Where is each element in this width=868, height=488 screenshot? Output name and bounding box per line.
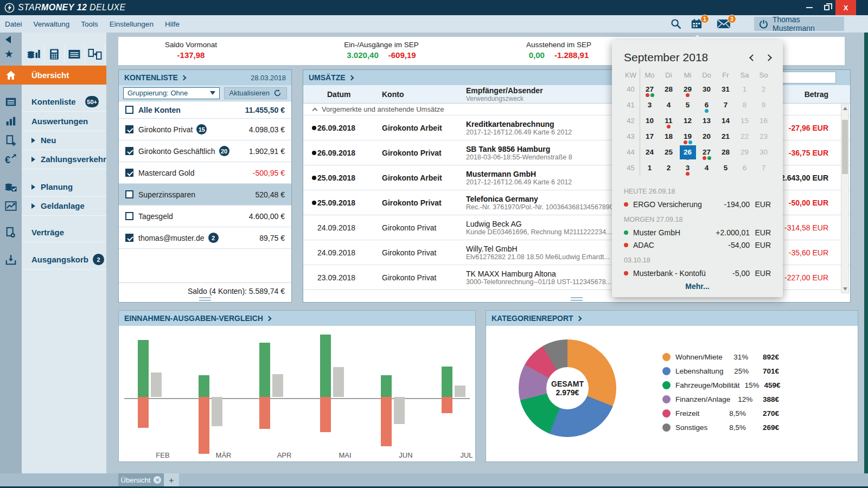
- account-checkbox[interactable]: [125, 106, 133, 114]
- calendar-day[interactable]: 5: [716, 160, 735, 176]
- calendar-day[interactable]: 26: [678, 144, 697, 160]
- calendar-day[interactable]: 17: [640, 129, 659, 144]
- kontenliste-resize-handle[interactable]: [199, 297, 211, 301]
- sidebar-item-kontenliste[interactable]: Kontenliste50+: [0, 92, 106, 111]
- scrollbar-thumb[interactable]: [842, 120, 848, 174]
- calendar-day[interactable]: 3: [640, 97, 659, 113]
- calendar-day[interactable]: 3: [678, 160, 697, 176]
- umsaetze-resize-handle[interactable]: [571, 297, 583, 301]
- search-button[interactable]: [668, 17, 684, 30]
- menu-item-hilfe[interactable]: Hilfe: [165, 20, 180, 28]
- calendar-day[interactable]: 1: [735, 81, 754, 97]
- calendar-day[interactable]: 30: [754, 144, 773, 160]
- calendar-day[interactable]: 18: [659, 129, 678, 144]
- calendar-prev-button[interactable]: [749, 54, 756, 61]
- sidebar-item-neu[interactable]: Neu: [0, 131, 106, 150]
- calendar-day[interactable]: 6: [697, 97, 716, 113]
- calendar-day[interactable]: 5: [678, 97, 697, 113]
- calendar-day[interactable]: 29: [678, 81, 697, 97]
- calendar-button[interactable]: 1: [689, 17, 704, 30]
- sidebar-item--bersicht[interactable]: Übersicht: [0, 66, 106, 85]
- calendar-day[interactable]: 16: [754, 113, 773, 129]
- account-checkbox[interactable]: [125, 125, 133, 133]
- menu-item-einstellungen[interactable]: Einstellungen: [110, 20, 154, 28]
- minimize-button[interactable]: [801, 0, 818, 15]
- calendar-day[interactable]: 8: [735, 97, 754, 113]
- calendar-day[interactable]: 31: [716, 81, 735, 97]
- kontenliste-header[interactable]: KONTENLISTE 28.03.2018: [119, 70, 291, 85]
- calendar-event-row[interactable]: ADAC-54,00EUR: [624, 239, 771, 251]
- column-datum[interactable]: Datum: [303, 90, 382, 99]
- sidebar-item-auswertungen[interactable]: Auswertungen: [0, 112, 106, 131]
- calendar-day[interactable]: 13: [697, 113, 716, 129]
- scroll-up-arrow[interactable]: [841, 105, 848, 112]
- account-row[interactable]: Alle Konten11.455,50 €: [119, 101, 291, 119]
- umsaetze-scrollbar[interactable]: [841, 104, 849, 293]
- calendar-day[interactable]: 15: [735, 113, 754, 129]
- account-row[interactable]: thomas@muster.de289,75 €: [119, 227, 291, 249]
- calendar-day[interactable]: 14: [716, 113, 735, 129]
- menu-item-datei[interactable]: Datei: [5, 20, 22, 28]
- tab-close-icon[interactable]: ✕: [154, 476, 161, 484]
- calendar-day[interactable]: 19: [678, 129, 697, 144]
- calendar-day[interactable]: 2: [659, 160, 678, 176]
- calendar-day[interactable]: 22: [735, 129, 754, 144]
- tab-add-button[interactable]: +: [164, 473, 179, 486]
- sidebar-collapse-button[interactable]: [5, 36, 11, 43]
- account-checkbox[interactable]: [125, 169, 133, 177]
- menu-item-tools[interactable]: Tools: [81, 20, 98, 28]
- calendar-day[interactable]: 12: [678, 113, 697, 129]
- mail-button[interactable]: 3: [716, 17, 731, 30]
- calendar-day[interactable]: 23: [754, 129, 773, 144]
- overview-tool-button[interactable]: [65, 46, 85, 63]
- calendar-day[interactable]: 25: [659, 144, 678, 160]
- calendar-day[interactable]: 10: [640, 113, 659, 129]
- user-menu-button[interactable]: Thomas Mustermann: [754, 17, 844, 31]
- calendar-day[interactable]: 30: [697, 81, 716, 97]
- restore-button[interactable]: [818, 0, 835, 15]
- calendar-day[interactable]: 7: [716, 97, 735, 113]
- calendar-day[interactable]: 21: [716, 129, 735, 144]
- account-checkbox[interactable]: [125, 190, 133, 198]
- calendar-day[interactable]: 27: [640, 81, 659, 97]
- calendar-day[interactable]: 1: [640, 160, 659, 176]
- menu-item-verwaltung[interactable]: Verwaltung: [34, 20, 70, 28]
- sidebar-item-planung[interactable]: Planung: [0, 177, 106, 196]
- calendar-day[interactable]: 28: [659, 81, 678, 97]
- transfer-tool-button[interactable]: [85, 46, 106, 63]
- account-row[interactable]: Superzinssparen520,48 €: [119, 184, 291, 206]
- accounts-tool-button[interactable]: [24, 46, 44, 63]
- calendar-day[interactable]: 4: [697, 160, 716, 176]
- favorites-star-icon[interactable]: ★: [4, 48, 14, 60]
- calendar-event-row[interactable]: Muster GmbH+2.000,01EUR: [624, 226, 771, 239]
- calendar-event-row[interactable]: ERGO Versicherung-194,00EUR: [624, 198, 771, 210]
- calendar-next-button[interactable]: [765, 54, 772, 61]
- scroll-down-arrow[interactable]: [841, 285, 848, 293]
- calendar-day[interactable]: 29: [735, 144, 754, 160]
- account-row[interactable]: Girokonto Geschäftlich201.902,91 €: [119, 140, 291, 162]
- calendar-day[interactable]: 24: [640, 144, 659, 160]
- refresh-button[interactable]: Aktualisieren: [224, 87, 287, 99]
- calculator-tool-button[interactable]: [44, 46, 65, 63]
- tab-uebersicht[interactable]: Übersicht ✕: [118, 473, 164, 486]
- account-checkbox[interactable]: [125, 212, 133, 220]
- calendar-day[interactable]: 28: [716, 144, 735, 160]
- calendar-day[interactable]: 11: [659, 113, 678, 129]
- account-row[interactable]: Mastercard Gold-500,95 €: [119, 162, 291, 184]
- calendar-day[interactable]: 4: [659, 97, 678, 113]
- income-expense-header[interactable]: EINNAHMEN-AUSGABEN-VERGLEICH: [119, 311, 475, 326]
- calendar-day[interactable]: 6: [735, 160, 754, 176]
- account-checkbox[interactable]: [125, 147, 133, 155]
- sidebar-item-vertr-ge[interactable]: Verträge: [0, 223, 106, 242]
- calendar-day[interactable]: 2: [754, 81, 773, 97]
- sidebar-item-geldanlage[interactable]: Geldanlage: [0, 196, 106, 215]
- grouping-select[interactable]: Gruppierung: Ohne: [123, 87, 220, 99]
- column-konto[interactable]: Konto: [382, 90, 466, 99]
- category-report-header[interactable]: KATEGORIENREPORT: [486, 311, 858, 326]
- calendar-day[interactable]: 7: [754, 160, 773, 176]
- calendar-more-link[interactable]: Mehr...: [612, 282, 783, 291]
- calendar-day[interactable]: 27: [697, 144, 716, 160]
- calendar-event-row[interactable]: Musterbank - Kontoführungs..-5,00EUR: [624, 267, 771, 279]
- calendar-day[interactable]: 9: [754, 97, 773, 113]
- account-row[interactable]: Girokonto Privat154.098,03 €: [119, 119, 291, 140]
